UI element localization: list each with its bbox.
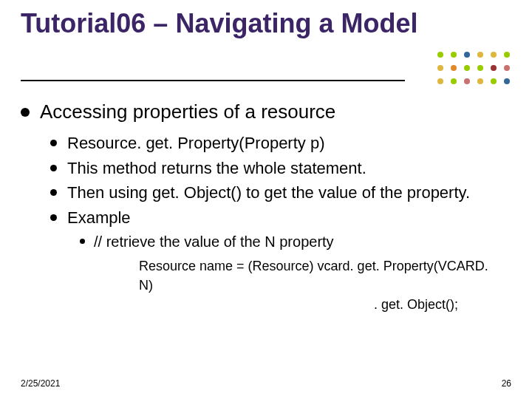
bullet-icon xyxy=(50,189,57,196)
bullet-level2: Example xyxy=(50,207,502,229)
bullet-text: // retrieve the value of the N property xyxy=(94,232,502,252)
bullet-text: Example xyxy=(67,207,502,229)
svg-point-17 xyxy=(504,78,510,84)
svg-point-8 xyxy=(464,65,470,71)
bullet-icon xyxy=(21,108,30,117)
svg-point-3 xyxy=(477,52,483,58)
svg-point-11 xyxy=(504,65,510,71)
slide-body: Accessing properties of a resource Resou… xyxy=(21,100,502,314)
code-example: Resource name = (Resource) vcard. get. P… xyxy=(139,256,502,314)
bullet-text: Then using get. Object() to get the valu… xyxy=(67,182,502,204)
footer-date: 2/25/2021 xyxy=(21,378,60,389)
bullet-icon xyxy=(50,214,57,221)
bullet-text: Accessing properties of a resource xyxy=(40,100,502,123)
svg-point-16 xyxy=(491,78,497,84)
svg-point-4 xyxy=(491,52,497,58)
svg-point-12 xyxy=(437,78,443,84)
code-line: . get. Object(); xyxy=(139,295,502,314)
bullet-level2: Then using get. Object() to get the valu… xyxy=(50,182,502,204)
bullet-level3-group: // retrieve the value of the N property … xyxy=(80,232,502,314)
svg-point-14 xyxy=(464,78,470,84)
svg-point-0 xyxy=(437,52,443,58)
code-line: Resource name = (Resource) vcard. get. P… xyxy=(139,256,502,295)
bullet-level1: Accessing properties of a resource xyxy=(21,100,502,123)
svg-point-15 xyxy=(477,78,483,84)
decorative-dots xyxy=(433,49,514,93)
footer-page-number: 26 xyxy=(502,378,511,389)
svg-point-1 xyxy=(451,52,457,58)
bullet-level2: This method returns the whole statement. xyxy=(50,157,502,180)
svg-point-5 xyxy=(504,52,510,58)
svg-point-2 xyxy=(464,52,470,58)
bullet-icon xyxy=(50,140,57,146)
svg-point-6 xyxy=(437,65,443,71)
bullet-level3: // retrieve the value of the N property xyxy=(80,232,502,252)
bullet-icon xyxy=(50,165,57,171)
bullet-level2: Resource. get. Property(Property p) xyxy=(50,132,502,154)
slide-title: Tutorial06 – Navigating a Model xyxy=(21,7,443,39)
bullet-icon xyxy=(80,239,85,244)
svg-point-10 xyxy=(491,65,497,71)
bullet-text: This method returns the whole statement. xyxy=(67,157,502,180)
bullet-text: Resource. get. Property(Property p) xyxy=(67,132,502,154)
svg-point-7 xyxy=(451,65,457,71)
slide: Tutorial06 – Navigating a Model xyxy=(0,0,532,399)
title-underline xyxy=(21,80,405,81)
svg-point-9 xyxy=(477,65,483,71)
svg-point-13 xyxy=(451,78,457,84)
bullet-level2-group: Resource. get. Property(Property p) This… xyxy=(50,132,502,314)
